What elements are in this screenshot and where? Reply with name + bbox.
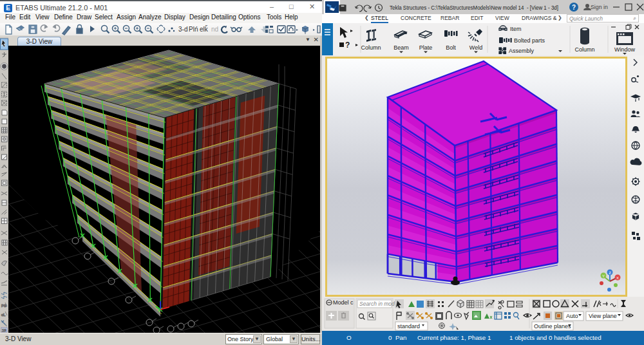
svg-text:Y: Y xyxy=(602,274,605,278)
svg-text:PS: PS xyxy=(1,304,6,308)
svg-text:Item: Item xyxy=(510,26,522,32)
svg-text:Outline planes: Outline planes xyxy=(534,323,571,330)
svg-text:Auto: Auto xyxy=(566,313,578,319)
svg-text:View plane: View plane xyxy=(589,313,617,319)
svg-text:Sign in: Sign in xyxy=(591,4,608,10)
svg-text:3-d: 3-d xyxy=(178,26,187,33)
svg-text:Z: Z xyxy=(609,271,611,275)
svg-text:Plń: Plń xyxy=(189,26,198,33)
svg-text:Search in modе: Search in modе xyxy=(359,301,398,307)
svg-text:cL: cL xyxy=(1,313,6,317)
svg-text:elǩ: elǩ xyxy=(200,25,209,33)
svg-text:?: ? xyxy=(572,4,576,11)
svg-text:Column: Column xyxy=(574,46,594,53)
svg-text:Tekla Structures - C:\TeklaStr: Tekla Structures - C:\TeklaStructuresMod… xyxy=(390,5,558,11)
svg-text:nd: nd xyxy=(211,26,218,33)
svg-text:?: ? xyxy=(345,41,350,50)
svg-text:X: X xyxy=(616,276,619,280)
svg-text:Weld: Weld xyxy=(469,44,482,51)
svg-text:Assembly: Assembly xyxy=(509,48,535,54)
svg-text:Column: Column xyxy=(361,44,381,51)
svg-text:Bolted parts: Bolted parts xyxy=(514,37,545,44)
svg-text:standard: standard xyxy=(397,323,420,330)
svg-text:Beam: Beam xyxy=(393,44,409,51)
svg-text:Model с: Model с xyxy=(333,299,354,306)
svg-text:Bolt: Bolt xyxy=(446,44,456,51)
svg-text:19: 19 xyxy=(2,328,6,332)
svg-text:Plate: Plate xyxy=(419,44,433,51)
svg-text:Window: Window xyxy=(614,46,636,53)
